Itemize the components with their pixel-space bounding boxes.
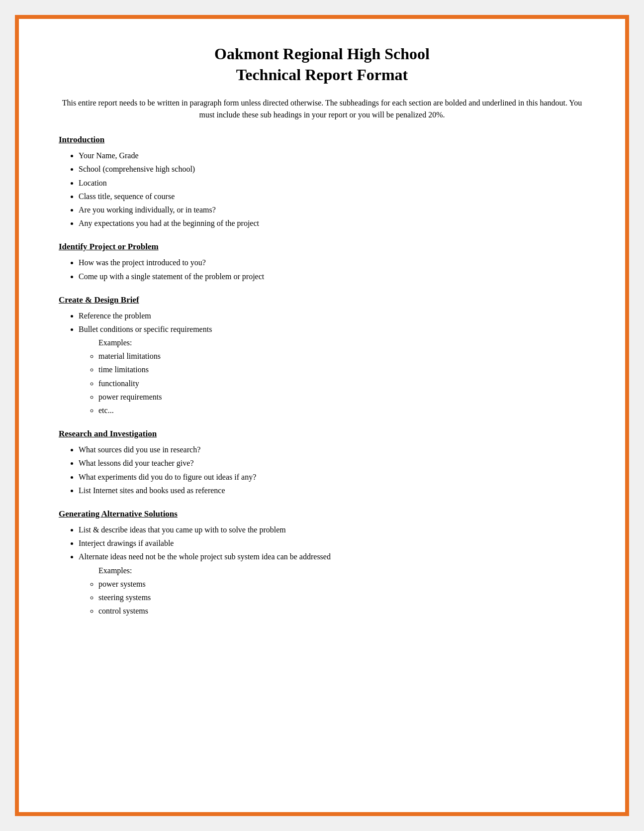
list-item: Bullet conditions or specific requiremen…: [79, 322, 585, 417]
page-title: Oakmont Regional High School Technical R…: [59, 44, 585, 85]
page-outer: Oakmont Regional High School Technical R…: [0, 0, 644, 831]
list-item: What experiments did you do to figure ou…: [79, 470, 585, 484]
identify-list: How was the project introduced to you? C…: [79, 256, 585, 283]
list-item: Your Name, Grade: [79, 149, 585, 162]
list-item: Come up with a single statement of the p…: [79, 270, 585, 283]
list-item: control systems: [98, 604, 585, 618]
list-item: Interject drawings if available: [79, 536, 585, 550]
list-item: steering systems: [98, 591, 585, 604]
list-item: How was the project introduced to you?: [79, 256, 585, 269]
list-item: power systems: [98, 577, 585, 591]
title-line2: Technical Report Format: [236, 66, 408, 84]
section-identify-project: Identify Project or Problem How was the …: [59, 242, 585, 283]
section-heading-solutions: Generating Alternative Solutions: [59, 509, 585, 519]
section-heading-design: Create & Design Brief: [59, 295, 585, 305]
list-item: Reference the problem: [79, 309, 585, 322]
section-heading-identify: Identify Project or Problem: [59, 242, 585, 252]
list-item: time limitations: [98, 363, 585, 376]
section-research: Research and Investigation What sources …: [59, 429, 585, 497]
list-item: etc...: [98, 404, 585, 417]
section-heading-introduction: Introduction: [59, 135, 585, 145]
introduction-list: Your Name, Grade School (comprehensive h…: [79, 149, 585, 230]
examples-label-design: Examples:: [98, 336, 585, 349]
list-item: Location: [79, 176, 585, 190]
design-sub-list: material limitations time limitations fu…: [98, 349, 585, 417]
title-line1: Oakmont Regional High School: [214, 45, 430, 63]
solutions-bullet-3: Alternate ideas need not be the whole pr…: [79, 552, 331, 561]
solutions-sub-list: power systems steering systems control s…: [98, 577, 585, 618]
page-border: Oakmont Regional High School Technical R…: [15, 15, 629, 816]
list-item: List Internet sites and books used as re…: [79, 484, 585, 497]
list-item: Are you working individually, or in team…: [79, 203, 585, 216]
design-list: Reference the problem Bullet conditions …: [79, 309, 585, 417]
section-design-brief: Create & Design Brief Reference the prob…: [59, 295, 585, 417]
examples-label-solutions: Examples:: [98, 564, 585, 577]
design-bullet-2: Bullet conditions or specific requiremen…: [79, 325, 212, 333]
research-list: What sources did you use in research? Wh…: [79, 443, 585, 497]
section-generating-solutions: Generating Alternative Solutions List & …: [59, 509, 585, 618]
list-item: What sources did you use in research?: [79, 443, 585, 456]
list-item: School (comprehensive high school): [79, 162, 585, 176]
section-introduction: Introduction Your Name, Grade School (co…: [59, 135, 585, 230]
list-item: power requirements: [98, 390, 585, 404]
solutions-list: List & describe ideas that you came up w…: [79, 523, 585, 618]
list-item: functionality: [98, 377, 585, 390]
list-item: Alternate ideas need not be the whole pr…: [79, 550, 585, 618]
intro-paragraph: This entire report needs to be written i…: [59, 97, 585, 121]
list-item: What lessons did your teacher give?: [79, 456, 585, 470]
list-item: List & describe ideas that you came up w…: [79, 523, 585, 536]
section-heading-research: Research and Investigation: [59, 429, 585, 439]
list-item: Any expectations you had at the beginnin…: [79, 216, 585, 230]
list-item: Class title, sequence of course: [79, 190, 585, 203]
list-item: material limitations: [98, 349, 585, 363]
